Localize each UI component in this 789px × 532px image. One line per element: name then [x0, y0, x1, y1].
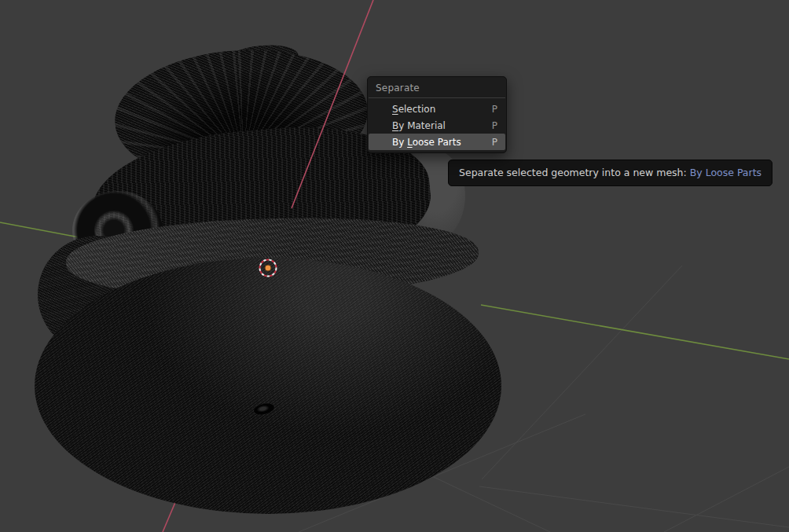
tooltip: Separate selected geometry into a new me…	[448, 160, 772, 186]
menu-item-by-loose-parts[interactable]: By Loose Parts P	[369, 134, 505, 150]
menu-separator	[369, 97, 505, 98]
menu-title: Separate	[368, 80, 506, 97]
separate-menu: Separate Selection P By Material P By Lo…	[367, 76, 507, 153]
menu-item-shortcut: P	[492, 104, 497, 115]
menu-item-label: Selection	[392, 104, 435, 115]
menu-item-selection[interactable]: Selection P	[369, 101, 505, 117]
menu-item-by-material[interactable]: By Material P	[369, 117, 505, 134]
menu-item-shortcut: P	[492, 137, 497, 148]
menu-item-label: By Material	[392, 120, 446, 131]
tooltip-text: Separate selected geometry into a new me…	[459, 167, 690, 178]
menu-item-shortcut: P	[492, 120, 497, 131]
tooltip-accent-text: By Loose Parts	[690, 167, 761, 178]
menu-item-label: By Loose Parts	[392, 137, 461, 148]
3d-viewport[interactable]: Separate Selection P By Material P By Lo…	[0, 0, 789, 532]
mesh-drum-base	[35, 258, 501, 514]
